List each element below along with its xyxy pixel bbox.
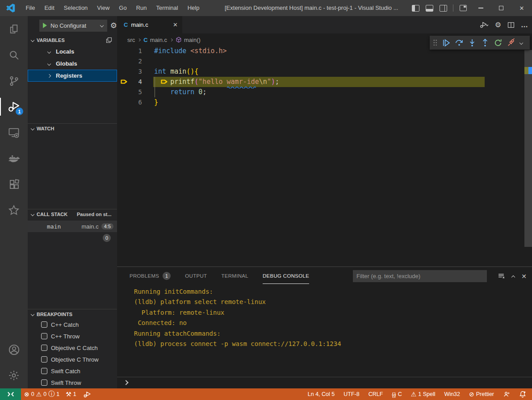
variables-row-registers[interactable]: Registers (28, 70, 117, 82)
breakpoint-row[interactable]: Objective C Catch (28, 342, 117, 354)
customize-layout-icon[interactable] (460, 5, 467, 11)
menu-item-terminal[interactable]: Terminal (151, 0, 183, 16)
step-out-button[interactable] (480, 38, 490, 47)
breakpoint-checkbox[interactable] (41, 345, 47, 351)
step-into-button[interactable] (467, 38, 477, 47)
call-stack-frame-row[interactable]: main main.c 4:5 (28, 221, 117, 232)
formatter-status[interactable]: ⊘Prettier (465, 388, 498, 400)
variables-row-globals[interactable]: Globals (28, 58, 117, 70)
source-control-icon[interactable] (0, 68, 28, 94)
disconnect-button[interactable] (506, 38, 516, 47)
toolbar-more-chevron-icon[interactable] (519, 41, 523, 44)
restart-button[interactable] (493, 38, 503, 47)
close-panel-icon[interactable]: ✕ (521, 273, 527, 280)
account-icon[interactable] (0, 337, 28, 362)
launch-configuration-dropdown[interactable]: No Configurat (39, 20, 107, 32)
title-bar: FileEditSelectionViewGoRunTerminalHelp [… (0, 0, 532, 16)
tab-main-c[interactable]: C main.c ✕ (117, 16, 182, 33)
toggle-panel-icon[interactable] (426, 5, 433, 12)
breakpoint-checkbox[interactable] (41, 356, 47, 362)
breakpoint-checkbox[interactable] (41, 368, 47, 374)
run-or-debug-button[interactable] (479, 21, 489, 29)
breakpoint-row[interactable]: Objective C Throw (28, 354, 117, 365)
call-stack-section-header[interactable]: CALL STACK Paused on st... (28, 209, 117, 219)
menu-item-view[interactable]: View (92, 0, 114, 16)
panel-tab-problems[interactable]: PROBLEMS1 (130, 267, 171, 285)
watch-section-header[interactable]: WATCH (28, 124, 117, 133)
spell-checker-status[interactable]: ⚠1 Spell (406, 388, 440, 400)
breakpoint-row[interactable]: Swift Catch (28, 365, 117, 377)
continue-button[interactable] (441, 38, 451, 47)
menu-item-edit[interactable]: Edit (40, 0, 59, 16)
clear-console-icon[interactable] (498, 272, 505, 280)
breadcrumb-symbol[interactable]: main() (184, 37, 201, 43)
docker-icon[interactable] (0, 146, 28, 171)
start-debug-icon[interactable] (43, 23, 47, 28)
tools-status[interactable]: ⚒1 (63, 388, 80, 400)
spell-squiggle (227, 86, 256, 88)
debug-settings-gear-icon[interactable]: ⚙ (110, 21, 117, 30)
panel-tab-output[interactable]: OUTPUT (185, 267, 207, 285)
editor-more-actions-icon[interactable]: … (521, 21, 528, 29)
info-icon: ⓘ (48, 390, 54, 398)
star-icon[interactable] (0, 197, 28, 223)
debug-console-input[interactable] (117, 377, 532, 388)
extensions-icon[interactable] (0, 171, 28, 197)
split-editor-icon[interactable] (507, 21, 515, 29)
code-line-4: 4 printf("hello wamr-ide\n"); (117, 77, 532, 87)
encoding-indicator[interactable]: UTF-8 (339, 388, 364, 400)
breadcrumb-file[interactable]: main.c (150, 37, 167, 43)
variables-row-locals[interactable]: Locals (28, 46, 117, 58)
panel-tab-terminal[interactable]: TERMINAL (221, 267, 248, 285)
maximize-panel-icon[interactable] (511, 275, 515, 279)
remote-explorer-icon[interactable] (0, 120, 28, 146)
breakpoint-row[interactable]: Swift Throw (28, 377, 117, 388)
notifications-bell-icon[interactable] (515, 388, 532, 400)
menu-item-help[interactable]: Help (183, 0, 204, 16)
debug-console-filter-input[interactable] (353, 270, 487, 282)
overview-ruler-mark (528, 67, 532, 74)
breakpoint-row[interactable]: C++ Throw (28, 330, 117, 342)
breakpoint-checkbox[interactable] (41, 333, 47, 339)
editor-settings-gear-icon[interactable]: ⚙ (495, 21, 501, 29)
collapse-all-icon[interactable] (105, 37, 113, 44)
platform-indicator[interactable]: Win32 (440, 388, 465, 400)
minimize-button[interactable] (470, 0, 491, 16)
breakpoints-section-header[interactable]: BREAKPOINTS (28, 309, 117, 319)
explorer-icon[interactable] (0, 16, 28, 42)
toggle-sidebar-icon[interactable] (412, 5, 419, 12)
debug-stackframe-gutter-icon (120, 78, 129, 86)
tab-close-icon[interactable]: ✕ (173, 21, 178, 28)
eol-indicator[interactable]: CRLF (364, 388, 388, 400)
window-title: [Extension Development Host] main.c - te… (225, 0, 398, 16)
breakpoint-row[interactable]: C++ Catch (28, 319, 117, 330)
code-line-2: 2 (117, 56, 532, 67)
panel-tab-debug-console[interactable]: DEBUG CONSOLE (263, 267, 309, 285)
menu-item-file[interactable]: File (21, 0, 40, 16)
settings-gear-icon[interactable] (0, 362, 28, 388)
problems-status[interactable]: ⊗0 ⚠0 ⓘ1 (21, 388, 63, 400)
breakpoint-checkbox[interactable] (41, 321, 47, 328)
toolbar-grip-icon[interactable] (432, 39, 438, 46)
menu-item-selection[interactable]: Selection (59, 0, 92, 16)
language-mode[interactable]: {} C (387, 388, 406, 400)
breadcrumb-folder[interactable]: src (127, 37, 135, 43)
step-over-button[interactable] (454, 38, 464, 47)
toggle-secondary-sidebar-icon[interactable] (440, 5, 447, 12)
search-icon[interactable] (0, 42, 28, 68)
breakpoint-checkbox[interactable] (41, 379, 47, 386)
menu-item-run[interactable]: Run (131, 0, 151, 16)
remote-indicator[interactable] (0, 388, 21, 400)
editor-scrollbar[interactable] (524, 50, 532, 247)
close-button[interactable]: ✕ (511, 0, 532, 16)
variables-section-header[interactable]: VARIABLES (28, 35, 117, 46)
feedback-icon[interactable] (498, 388, 515, 400)
tree-chevron-icon (47, 74, 51, 77)
run-and-debug-icon[interactable]: 1 (0, 94, 28, 120)
menu-item-go[interactable]: Go (114, 0, 131, 16)
maximize-button[interactable] (491, 0, 511, 16)
debug-status-icon[interactable] (80, 388, 95, 400)
bottom-panel: PROBLEMS1OUTPUTTERMINALDEBUG CONSOLE ✕ R… (117, 267, 532, 388)
code-editor[interactable]: 1#include <stdio.h>23int main(){4 printf… (117, 46, 532, 267)
cursor-position[interactable]: Ln 4, Col 5 (303, 388, 339, 400)
